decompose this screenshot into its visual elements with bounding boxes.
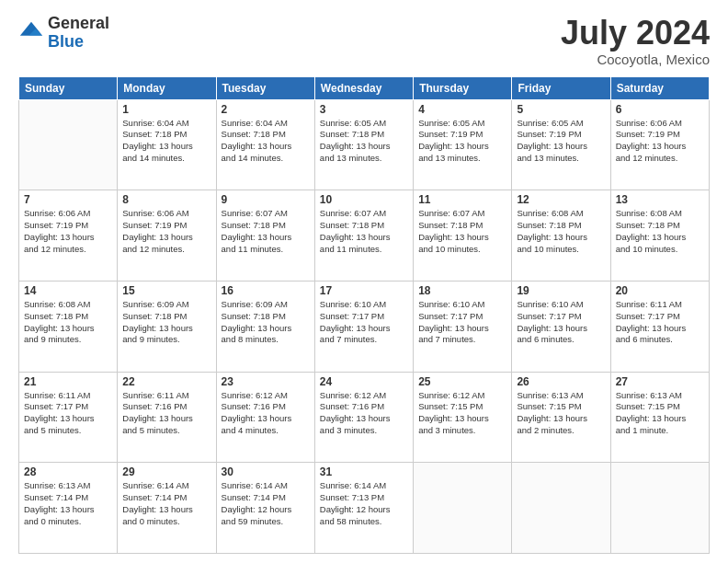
calendar-day-header: Friday [512,76,610,99]
calendar-day-header: Thursday [414,76,512,99]
calendar-cell: 25Sunrise: 6:12 AM Sunset: 7:15 PM Dayli… [414,372,512,463]
day-number: 17 [320,284,408,297]
day-info: Sunrise: 6:07 AM Sunset: 7:18 PM Dayligh… [320,208,408,255]
day-number: 11 [418,193,506,206]
calendar-cell: 27Sunrise: 6:13 AM Sunset: 7:15 PM Dayli… [610,372,709,463]
day-number: 19 [517,284,605,297]
day-info: Sunrise: 6:14 AM Sunset: 7:14 PM Dayligh… [122,480,210,527]
calendar-day-header: Saturday [610,76,709,99]
day-number: 26 [517,375,605,388]
logo: General Blue [18,15,109,52]
calendar-cell: 19Sunrise: 6:10 AM Sunset: 7:17 PM Dayli… [512,281,610,372]
day-number: 15 [122,284,210,297]
calendar-cell: 2Sunrise: 6:04 AM Sunset: 7:18 PM Daylig… [216,99,314,190]
day-info: Sunrise: 6:08 AM Sunset: 7:18 PM Dayligh… [24,299,112,346]
day-number: 3 [320,103,408,116]
main-title: July 2024 [561,15,710,52]
calendar-cell: 18Sunrise: 6:10 AM Sunset: 7:17 PM Dayli… [414,281,512,372]
day-info: Sunrise: 6:05 AM Sunset: 7:19 PM Dayligh… [418,118,506,165]
calendar-header-row: SundayMondayTuesdayWednesdayThursdayFrid… [19,76,710,99]
day-info: Sunrise: 6:06 AM Sunset: 7:19 PM Dayligh… [122,208,210,255]
day-info: Sunrise: 6:04 AM Sunset: 7:18 PM Dayligh… [122,118,210,165]
day-number: 16 [222,284,310,297]
calendar-cell: 4Sunrise: 6:05 AM Sunset: 7:19 PM Daylig… [414,99,512,190]
day-info: Sunrise: 6:14 AM Sunset: 7:14 PM Dayligh… [222,480,310,527]
day-info: Sunrise: 6:13 AM Sunset: 7:15 PM Dayligh… [517,390,605,437]
day-info: Sunrise: 6:10 AM Sunset: 7:17 PM Dayligh… [418,299,506,346]
day-info: Sunrise: 6:11 AM Sunset: 7:16 PM Dayligh… [122,390,210,437]
calendar-week-row: 14Sunrise: 6:08 AM Sunset: 7:18 PM Dayli… [19,281,710,372]
calendar-day-header: Tuesday [216,76,314,99]
day-number: 8 [122,193,210,206]
day-number: 21 [24,375,112,388]
day-number: 30 [222,465,310,478]
calendar-cell: 16Sunrise: 6:09 AM Sunset: 7:18 PM Dayli… [216,281,314,372]
calendar-cell: 12Sunrise: 6:08 AM Sunset: 7:18 PM Dayli… [512,190,610,282]
day-number: 22 [122,375,210,388]
calendar-week-row: 1Sunrise: 6:04 AM Sunset: 7:18 PM Daylig… [19,99,710,190]
page: General Blue July 2024 Cocoyotla, Mexico… [0,0,728,563]
calendar-table: SundayMondayTuesdayWednesdayThursdayFrid… [18,76,710,554]
calendar-cell: 7Sunrise: 6:06 AM Sunset: 7:19 PM Daylig… [19,190,118,282]
day-info: Sunrise: 6:09 AM Sunset: 7:18 PM Dayligh… [122,299,210,346]
day-info: Sunrise: 6:05 AM Sunset: 7:18 PM Dayligh… [320,118,408,165]
day-number: 14 [24,284,112,297]
day-info: Sunrise: 6:14 AM Sunset: 7:13 PM Dayligh… [320,480,408,527]
calendar-cell [512,463,610,554]
day-info: Sunrise: 6:13 AM Sunset: 7:14 PM Dayligh… [24,480,112,527]
day-number: 29 [122,465,210,478]
calendar-cell: 11Sunrise: 6:07 AM Sunset: 7:18 PM Dayli… [414,190,512,282]
day-info: Sunrise: 6:10 AM Sunset: 7:17 PM Dayligh… [517,299,605,346]
day-info: Sunrise: 6:07 AM Sunset: 7:18 PM Dayligh… [222,208,310,255]
calendar-cell: 23Sunrise: 6:12 AM Sunset: 7:16 PM Dayli… [216,372,314,463]
calendar-week-row: 21Sunrise: 6:11 AM Sunset: 7:17 PM Dayli… [19,372,710,463]
day-info: Sunrise: 6:08 AM Sunset: 7:18 PM Dayligh… [616,208,704,255]
day-number: 18 [418,284,506,297]
day-number: 20 [616,284,704,297]
day-number: 9 [222,193,310,206]
day-number: 23 [222,375,310,388]
calendar-cell: 8Sunrise: 6:06 AM Sunset: 7:19 PM Daylig… [118,190,216,282]
day-number: 24 [320,375,408,388]
day-number: 6 [616,103,704,116]
calendar-cell: 22Sunrise: 6:11 AM Sunset: 7:16 PM Dayli… [118,372,216,463]
calendar-cell: 15Sunrise: 6:09 AM Sunset: 7:18 PM Dayli… [118,281,216,372]
day-number: 12 [517,193,605,206]
day-number: 5 [517,103,605,116]
calendar-cell: 31Sunrise: 6:14 AM Sunset: 7:13 PM Dayli… [314,463,413,554]
calendar-cell: 9Sunrise: 6:07 AM Sunset: 7:18 PM Daylig… [216,190,314,282]
day-info: Sunrise: 6:06 AM Sunset: 7:19 PM Dayligh… [616,118,704,165]
subtitle: Cocoyotla, Mexico [561,52,710,67]
header: General Blue July 2024 Cocoyotla, Mexico [18,15,710,67]
day-number: 2 [222,103,310,116]
calendar-cell: 6Sunrise: 6:06 AM Sunset: 7:19 PM Daylig… [610,99,709,190]
calendar-cell [414,463,512,554]
day-number: 28 [24,465,112,478]
calendar-cell: 10Sunrise: 6:07 AM Sunset: 7:18 PM Dayli… [314,190,413,282]
calendar-cell: 29Sunrise: 6:14 AM Sunset: 7:14 PM Dayli… [118,463,216,554]
calendar-cell: 28Sunrise: 6:13 AM Sunset: 7:14 PM Dayli… [19,463,118,554]
calendar-day-header: Sunday [19,76,118,99]
calendar-cell: 13Sunrise: 6:08 AM Sunset: 7:18 PM Dayli… [610,190,709,282]
day-info: Sunrise: 6:11 AM Sunset: 7:17 PM Dayligh… [616,299,704,346]
day-info: Sunrise: 6:12 AM Sunset: 7:16 PM Dayligh… [222,390,310,437]
day-info: Sunrise: 6:07 AM Sunset: 7:18 PM Dayligh… [418,208,506,255]
calendar-cell [19,99,118,190]
calendar-cell: 20Sunrise: 6:11 AM Sunset: 7:17 PM Dayli… [610,281,709,372]
calendar-cell: 1Sunrise: 6:04 AM Sunset: 7:18 PM Daylig… [118,99,216,190]
day-info: Sunrise: 6:06 AM Sunset: 7:19 PM Dayligh… [24,208,112,255]
calendar-cell: 30Sunrise: 6:14 AM Sunset: 7:14 PM Dayli… [216,463,314,554]
day-number: 4 [418,103,506,116]
day-number: 25 [418,375,506,388]
day-info: Sunrise: 6:11 AM Sunset: 7:17 PM Dayligh… [24,390,112,437]
calendar-cell: 3Sunrise: 6:05 AM Sunset: 7:18 PM Daylig… [314,99,413,190]
title-block: July 2024 Cocoyotla, Mexico [561,15,710,67]
day-info: Sunrise: 6:12 AM Sunset: 7:15 PM Dayligh… [418,390,506,437]
calendar-cell: 26Sunrise: 6:13 AM Sunset: 7:15 PM Dayli… [512,372,610,463]
day-number: 13 [616,193,704,206]
logo-general-text: General [48,15,109,33]
calendar-cell: 24Sunrise: 6:12 AM Sunset: 7:16 PM Dayli… [314,372,413,463]
day-info: Sunrise: 6:13 AM Sunset: 7:15 PM Dayligh… [616,390,704,437]
logo-icon [18,20,44,46]
calendar-week-row: 28Sunrise: 6:13 AM Sunset: 7:14 PM Dayli… [19,463,710,554]
